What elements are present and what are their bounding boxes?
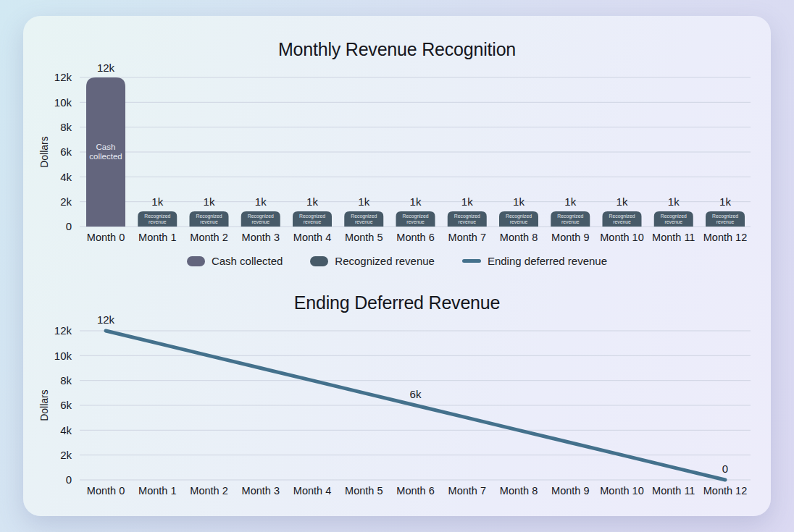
- bar-value-label: 1k: [668, 195, 680, 208]
- x-tick-label: Month 9: [551, 485, 589, 497]
- x-tick-label: Month 11: [652, 485, 695, 497]
- bar-value-label: 12k: [97, 62, 115, 74]
- bar-month-9: [551, 211, 590, 227]
- bar-month-2: [190, 211, 229, 227]
- x-tick-label: Month 11: [652, 232, 695, 243]
- y-tick-label: 0: [66, 220, 72, 232]
- x-tick-label: Month 2: [190, 232, 227, 243]
- bar-inner-label: revenue: [613, 219, 631, 224]
- x-tick-label: Month 6: [396, 485, 434, 497]
- bar-month-8: [499, 211, 538, 227]
- x-tick-label: Month 10: [600, 485, 643, 497]
- bar-inner-label: revenue: [664, 219, 682, 224]
- bar-month-12: [706, 211, 745, 227]
- y-axis-label: Dollars: [38, 389, 50, 421]
- bar-inner-label: revenue: [561, 219, 580, 224]
- ending-deferred-revenue-swatch: [462, 259, 481, 263]
- x-tick-label: Month 1: [138, 485, 176, 497]
- bar-inner-label: revenue: [304, 219, 322, 224]
- bar-month-10: [603, 211, 642, 227]
- x-tick-label: Month 12: [703, 232, 747, 243]
- legend-item-cash-collected: Cash collected: [187, 255, 283, 267]
- x-tick-label: Month 7: [448, 485, 486, 497]
- x-tick-label: Month 5: [345, 232, 383, 243]
- y-tick-label: 12k: [54, 71, 72, 83]
- bar-inner-label: Recognized: [454, 214, 480, 219]
- bar-inner-label: revenue: [149, 219, 167, 224]
- bar-value-label: 1k: [461, 195, 473, 208]
- bar-month-11: [654, 211, 693, 227]
- bar-month-0: [86, 77, 125, 227]
- bar-month-5: [344, 211, 383, 227]
- x-tick-label: Month 7: [448, 232, 486, 243]
- bar-value-label: 1k: [513, 195, 525, 208]
- legend-label-cash-collected: Cash collected: [212, 255, 283, 267]
- x-tick-label: Month 3: [242, 485, 280, 497]
- bar-inner-label: revenue: [406, 219, 425, 224]
- chart-title-monthly-revenue-recognition: Monthly Revenue Recognition: [23, 39, 771, 60]
- bar-value-label: 1k: [617, 195, 628, 208]
- bar-inner-label: revenue: [355, 219, 373, 224]
- bar-month-3: [241, 211, 280, 227]
- bar-inner-label: Recognized: [196, 214, 222, 219]
- x-tick-label: Month 9: [551, 232, 589, 243]
- bar-value-label: 1k: [358, 195, 369, 208]
- line-point-label: 6k: [410, 388, 422, 400]
- bar-inner-label: Recognized: [351, 214, 377, 219]
- chart-title-ending-deferred-revenue: Ending Deferred Revenue: [23, 292, 771, 313]
- y-tick-label: 6k: [60, 399, 72, 411]
- bar-inner-label: collected: [89, 152, 122, 161]
- y-tick-label: 2k: [60, 195, 72, 208]
- ending-deferred-revenue-chart: 02k4k6k8k10k12kDollarsMonth 0Month 1Mont…: [23, 313, 771, 508]
- chart-card: Monthly Revenue Recognition 02k4k6k8k10k…: [23, 16, 771, 516]
- x-tick-label: Month 10: [600, 232, 643, 243]
- bar-month-4: [293, 211, 332, 227]
- bar-inner-label: revenue: [716, 219, 735, 224]
- bar-value-label: 1k: [151, 195, 163, 208]
- x-tick-label: Month 4: [293, 485, 331, 497]
- bar-inner-label: Recognized: [299, 214, 325, 219]
- bar-inner-label: revenue: [200, 219, 218, 224]
- bar-month-7: [448, 211, 487, 227]
- y-tick-label: 4k: [60, 171, 72, 183]
- y-axis-label: Dollars: [38, 136, 50, 168]
- bar-value-label: 1k: [719, 195, 731, 208]
- bar-month-1: [138, 211, 177, 227]
- monthly-revenue-recognition-chart: 02k4k6k8k10k12kDollarsMonth 0Month 1Mont…: [23, 59, 771, 255]
- bar-inner-label: Cash: [96, 143, 116, 151]
- x-tick-label: Month 6: [396, 232, 434, 243]
- y-tick-label: 10k: [54, 96, 72, 109]
- x-tick-label: Month 8: [500, 232, 538, 243]
- bar-value-label: 1k: [255, 195, 267, 208]
- bar-inner-label: Recognized: [248, 214, 274, 219]
- y-tick-label: 8k: [60, 374, 72, 387]
- x-tick-label: Month 2: [190, 485, 227, 497]
- bar-value-label: 1k: [306, 195, 318, 208]
- bar-inner-label: Recognized: [506, 214, 532, 219]
- line-point-label: 12k: [97, 313, 115, 326]
- bar-inner-label: Recognized: [144, 214, 170, 219]
- x-tick-label: Month 5: [345, 485, 383, 497]
- x-tick-label: Month 1: [138, 232, 176, 243]
- recognized-revenue-swatch: [310, 256, 328, 266]
- x-tick-label: Month 4: [293, 232, 331, 243]
- bar-value-label: 1k: [204, 195, 215, 208]
- x-tick-label: Month 8: [500, 485, 538, 497]
- legend-item-recognized-revenue: Recognized revenue: [310, 255, 435, 267]
- y-tick-label: 12k: [54, 324, 72, 337]
- bar-inner-label: Recognized: [661, 214, 687, 219]
- legend-label-ending-deferred-revenue: Ending deferred revenue: [488, 255, 607, 267]
- bar-inner-label: Recognized: [557, 214, 583, 219]
- bar-value-label: 1k: [564, 195, 576, 208]
- legend-label-recognized-revenue: Recognized revenue: [335, 255, 435, 267]
- y-tick-label: 4k: [60, 424, 72, 436]
- y-tick-label: 6k: [60, 145, 72, 158]
- y-tick-label: 10k: [54, 350, 72, 362]
- bar-inner-label: Recognized: [712, 214, 738, 219]
- deferred-revenue-line: [106, 331, 725, 480]
- bar-value-label: 1k: [410, 195, 422, 208]
- y-tick-label: 0: [66, 473, 72, 486]
- bar-inner-label: revenue: [510, 219, 528, 224]
- page-background: { "colors": { "cash_collected": "#63657d…: [0, 0, 794, 532]
- bar-month-6: [396, 211, 435, 227]
